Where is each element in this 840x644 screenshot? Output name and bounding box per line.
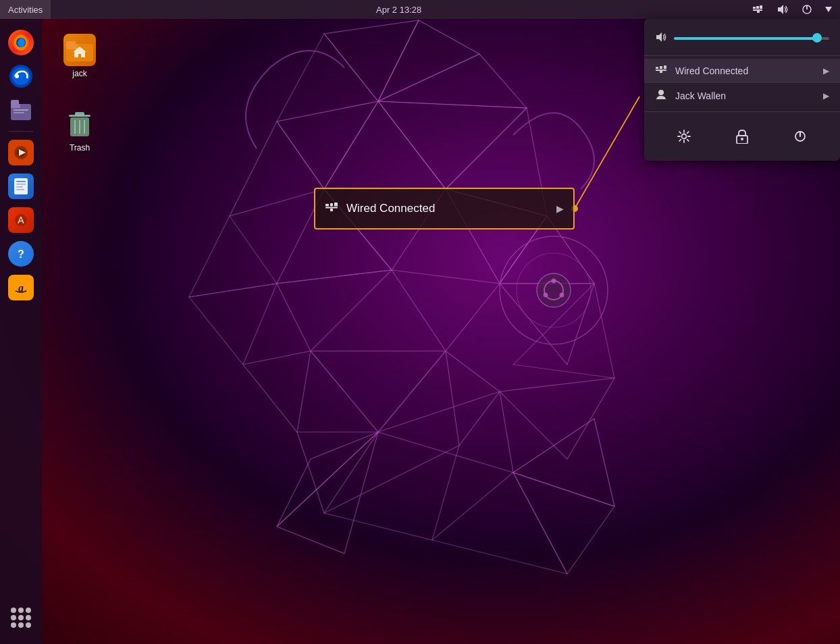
svg-marker-37	[432, 473, 567, 574]
amazon-icon: a	[8, 275, 34, 300]
svg-rect-42	[757, 11, 760, 13]
menu-divider-2	[644, 111, 840, 112]
lock-icon	[735, 129, 749, 144]
svg-marker-30	[189, 284, 277, 365]
show-applications-button[interactable]	[5, 602, 36, 633]
svg-rect-54	[11, 100, 19, 105]
power-button[interactable]	[785, 122, 815, 151]
svg-marker-6	[324, 101, 446, 189]
svg-marker-17	[277, 432, 378, 554]
svg-rect-96	[334, 203, 338, 207]
svg-rect-85	[660, 71, 662, 73]
chevron-down-icon	[825, 7, 832, 12]
svg-marker-2	[277, 34, 378, 122]
svg-point-89	[741, 138, 743, 140]
svg-point-51	[15, 74, 19, 78]
svg-marker-31	[243, 351, 311, 432]
volume-row	[644, 27, 840, 53]
svg-marker-46	[825, 7, 832, 12]
svg-marker-80	[656, 32, 662, 42]
dock-item-software[interactable]: A	[5, 205, 36, 236]
svg-marker-19	[513, 473, 614, 574]
writer-icon	[8, 173, 34, 199]
svg-rect-38	[753, 7, 756, 9]
user-submenu-arrow: ▶	[823, 91, 829, 101]
svg-marker-15	[378, 392, 513, 473]
settings-button[interactable]	[669, 122, 699, 151]
volume-slider-fill	[674, 37, 817, 40]
volume-icon-btn[interactable]	[771, 0, 794, 19]
wired-highlight-arrow: ▶	[556, 203, 564, 214]
dropdown-arrow-btn[interactable]	[820, 0, 837, 19]
svg-rect-61	[16, 181, 26, 182]
svg-rect-95	[330, 203, 333, 207]
svg-marker-18	[513, 419, 614, 506]
wired-submenu-arrow: ▶	[823, 66, 829, 76]
desktop-icon-jack[interactable]: jack	[53, 34, 107, 78]
volume-slider-knob	[812, 33, 822, 43]
svg-text:?: ?	[18, 248, 24, 260]
svg-rect-39	[756, 6, 759, 9]
wired-connected-menu-item[interactable]: Wired Connected ▶	[644, 59, 840, 83]
wired-highlight-network-icon	[325, 201, 338, 217]
power-icon	[801, 3, 813, 16]
dock-item-rhythmbox[interactable]	[5, 137, 36, 168]
svg-rect-40	[760, 5, 762, 9]
topbar: Activities Apr 2 13:28	[0, 0, 840, 19]
power-icon-btn[interactable]	[795, 0, 818, 19]
svg-marker-36	[324, 446, 459, 540]
svg-rect-41	[753, 9, 762, 11]
svg-rect-82	[660, 66, 662, 69]
dock-item-thunderbird[interactable]	[5, 61, 36, 92]
dock: A ? a	[0, 19, 42, 644]
svg-marker-35	[297, 432, 378, 513]
svg-rect-98	[330, 209, 333, 211]
dock-item-firefox[interactable]	[5, 27, 36, 58]
user-menu-item[interactable]: Jack Wallen ▶	[644, 83, 840, 109]
jack-icon-label: jack	[72, 69, 86, 78]
rhythmbox-icon	[8, 140, 34, 165]
svg-point-86	[658, 90, 664, 95]
network-icon	[752, 5, 764, 14]
trash-icon	[63, 108, 96, 140]
svg-marker-4	[378, 101, 527, 189]
dock-item-amazon[interactable]: a	[5, 272, 36, 303]
software-icon: A	[8, 207, 34, 233]
svg-marker-43	[778, 5, 783, 14]
menu-divider-1	[644, 55, 840, 56]
svg-point-28	[544, 293, 548, 298]
menu-actions	[644, 115, 840, 154]
svg-rect-72	[66, 41, 76, 47]
svg-marker-34	[446, 351, 500, 446]
wired-highlight-text: Wired Connected	[346, 202, 548, 215]
svg-rect-81	[656, 67, 658, 69]
apps-grid-icon	[11, 608, 31, 628]
lock-button[interactable]	[727, 122, 757, 151]
topbar-datetime: Apr 2 13:28	[51, 5, 747, 15]
system-menu: Wired Connected ▶ Jack Wallen ▶	[644, 19, 840, 161]
svg-rect-83	[664, 65, 666, 69]
svg-marker-29	[189, 216, 277, 297]
svg-marker-8	[230, 122, 324, 216]
activities-button[interactable]: Activities	[0, 0, 51, 19]
svg-rect-62	[16, 184, 26, 185]
dock-item-writer[interactable]	[5, 171, 36, 202]
volume-icon	[777, 3, 789, 16]
wired-label: Wired Connected	[675, 65, 815, 76]
volume-slider[interactable]	[674, 37, 829, 40]
svg-rect-63	[16, 186, 23, 188]
jack-folder-icon	[63, 34, 96, 66]
dock-separator	[9, 131, 33, 132]
user-menu-icon	[655, 88, 667, 103]
svg-rect-94	[325, 204, 329, 207]
network-icon-btn[interactable]	[747, 0, 770, 19]
wired-connected-highlight: Wired Connected ▶	[314, 188, 575, 230]
svg-rect-55	[14, 109, 28, 111]
firefox-icon	[8, 30, 34, 55]
dock-item-help[interactable]: ?	[5, 238, 36, 269]
svg-rect-64	[16, 189, 24, 190]
user-label: Jack Wallen	[675, 90, 815, 101]
svg-point-27	[560, 293, 565, 298]
dock-item-files[interactable]	[5, 95, 36, 126]
desktop-icon-trash[interactable]: Trash	[53, 108, 107, 153]
